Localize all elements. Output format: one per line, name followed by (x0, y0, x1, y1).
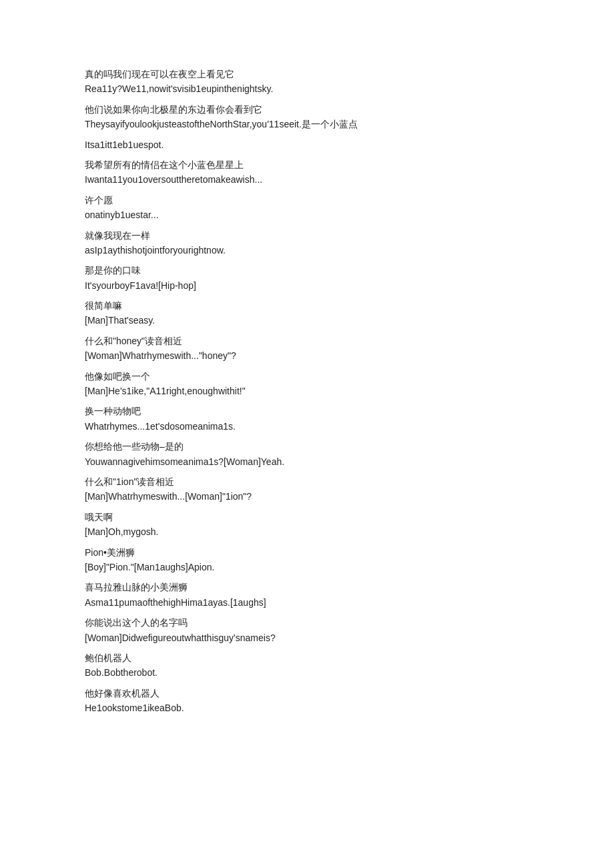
content-block-9: 他像如吧换一个[Man]He's1ike,"A11right,enoughwit… (85, 369, 529, 399)
chinese-line-13: 哦天啊 (85, 510, 529, 524)
content-block-6: 那是你的口味It'syourboyF1ava![Hip-hop] (85, 263, 529, 293)
english-line-3: Iwanta11you1oversouttheretomakeawish... (85, 172, 529, 187)
content-block-5: 就像我现在一样asIp1aythishotjointforyourightnow… (85, 228, 529, 258)
english-line-14: [Boy]"Pion."[Man1aughs]Apion. (85, 560, 529, 574)
chinese-line-11: 你想给他一些动物–是的 (85, 439, 529, 454)
english-line-13: [Man]Oh,mygosh. (85, 524, 529, 539)
chinese-line-17: 鲍伯机器人 (85, 650, 529, 665)
chinese-line-15: 喜马拉雅山脉的小美洲狮 (85, 580, 529, 594)
english-line-4: onatinyb1uestar... (85, 207, 529, 222)
chinese-line-0: 真的吗我们现在可以在夜空上看见它 (85, 67, 529, 81)
english-line-10: Whatrhymes...1et'sdosomeanima1s. (85, 419, 529, 434)
content-block-11: 你想给他一些动物–是的Youwannagivehimsomeanima1s?[W… (85, 439, 529, 469)
chinese-line-18: 他好像喜欢机器人 (85, 686, 529, 701)
content-block-7: 很简单嘛[Man]That'seasy. (85, 298, 529, 328)
english-line-12: [Man]Whatrhymeswith...[Woman]"1ion"? (85, 489, 529, 504)
english-line-9: [Man]He's1ike,"A11right,enoughwithit!" (85, 384, 529, 398)
content-block-0: 真的吗我们现在可以在夜空上看见它Rea11y?We11,nowit'svisib… (85, 67, 529, 97)
chinese-line-7: 很简单嘛 (85, 298, 529, 313)
chinese-line-1: 他们说如果你向北极星的东边看你会看到它 (85, 102, 529, 117)
english-line-6: It'syourboyF1ava![Hip-hop] (85, 278, 529, 293)
english-line-16: [Woman]Didwefigureoutwhatthisguy'snameis… (85, 630, 529, 645)
chinese-line-12: 什么和"1ion"读音相近 (85, 474, 529, 489)
chinese-line-5: 就像我现在一样 (85, 228, 529, 243)
chinese-line-14: Pion•美洲狮 (85, 545, 529, 560)
content-block-17: 鲍伯机器人Bob.Bobtherobot. (85, 650, 529, 681)
english-line-5: asIp1aythishotjointforyourightnow. (85, 243, 529, 258)
english-line-11: Youwannagivehimsomeanima1s?[Woman]Yeah. (85, 454, 529, 469)
english-line-0: Rea11y?We11,nowit'svisib1eupinthenightsk… (85, 81, 529, 96)
content-block-13: 哦天啊[Man]Oh,mygosh. (85, 510, 529, 540)
chinese-line-8: 什么和"honey"读音相近 (85, 334, 529, 348)
chinese-line-4: 许个愿 (85, 193, 529, 207)
chinese-line-2: Itsa1itt1eb1uespot. (85, 137, 529, 152)
content-block-18: 他好像喜欢机器人He1ookstome1ikeaBob. (85, 686, 529, 716)
content-block-4: 许个愿onatinyb1uestar... (85, 193, 529, 223)
content-block-8: 什么和"honey"读音相近[Woman]Whatrhymeswith..."h… (85, 334, 529, 364)
content-block-10: 换一种动物吧Whatrhymes...1et'sdosomeanima1s. (85, 404, 529, 434)
english-line-1: TheysayifyoulookjusteastoftheNorthStar,y… (85, 117, 529, 131)
chinese-line-10: 换一种动物吧 (85, 404, 529, 418)
english-line-17: Bob.Bobtherobot. (85, 665, 529, 680)
content-block-2: Itsa1itt1eb1uespot. (85, 137, 529, 152)
chinese-line-9: 他像如吧换一个 (85, 369, 529, 384)
chinese-line-3: 我希望所有的情侣在这个小蓝色星星上 (85, 157, 529, 172)
chinese-line-6: 那是你的口味 (85, 263, 529, 278)
chinese-line-16: 你能说出这个人的名字吗 (85, 615, 529, 630)
content-block-16: 你能说出这个人的名字吗[Woman]Didwefigureoutwhatthis… (85, 615, 529, 645)
content-block-14: Pion•美洲狮[Boy]"Pion."[Man1aughs]Apion. (85, 545, 529, 575)
english-line-15: Asma11pumaofthehighHima1ayas.[1aughs] (85, 595, 529, 610)
english-line-7: [Man]That'seasy. (85, 313, 529, 328)
main-content: 真的吗我们现在可以在夜空上看见它Rea11y?We11,nowit'svisib… (85, 67, 529, 715)
content-block-1: 他们说如果你向北极星的东边看你会看到它Theysayifyoulookjuste… (85, 102, 529, 132)
english-line-8: [Woman]Whatrhymeswith..."honey"? (85, 348, 529, 363)
content-block-15: 喜马拉雅山脉的小美洲狮Asma11pumaofthehighHima1ayas.… (85, 580, 529, 610)
content-block-12: 什么和"1ion"读音相近[Man]Whatrhymeswith...[Woma… (85, 474, 529, 504)
content-block-3: 我希望所有的情侣在这个小蓝色星星上Iwanta11you1oversoutthe… (85, 157, 529, 187)
english-line-18: He1ookstome1ikeaBob. (85, 701, 529, 715)
